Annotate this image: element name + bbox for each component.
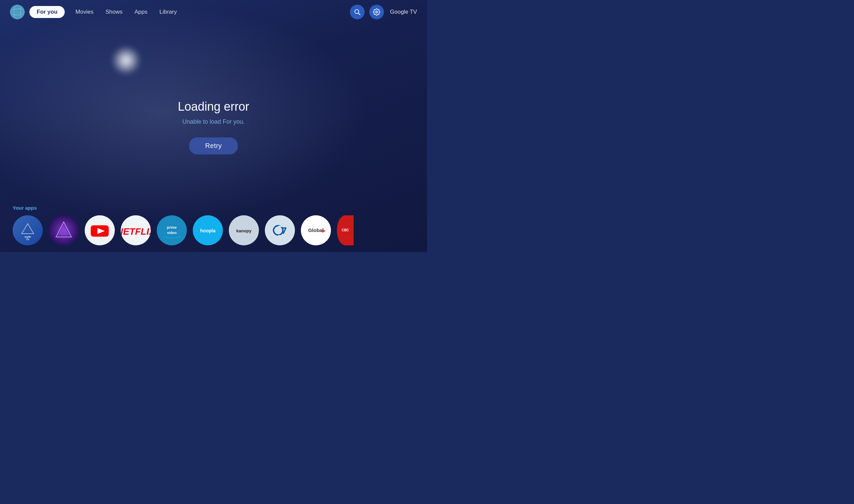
- app-kanopy[interactable]: kanopy: [229, 215, 259, 245]
- search-icon: [354, 8, 361, 16]
- error-subtitle: Unable to load For you.: [178, 118, 249, 125]
- nav-for-you-active[interactable]: For you: [29, 6, 65, 18]
- youtube-icon: [85, 215, 115, 245]
- user-avatar[interactable]: [10, 5, 25, 19]
- app-youtube[interactable]: [85, 215, 115, 245]
- hoopla-icon: hoopla: [193, 215, 223, 245]
- svg-line-5: [358, 13, 360, 15]
- settings-icon: [373, 8, 380, 16]
- top-navigation: For you Movies Shows Apps Library Google…: [0, 0, 427, 24]
- svg-text:NETFLIX: NETFLIX: [121, 226, 151, 237]
- cbc-icon: CBC: [337, 215, 354, 245]
- search-button[interactable]: [350, 5, 365, 19]
- app-hoopla[interactable]: hoopla: [193, 215, 223, 245]
- error-content: Loading error Unable to load For you. Re…: [178, 100, 249, 154]
- app-ctv[interactable]: [265, 215, 295, 245]
- nav-movies[interactable]: Movies: [75, 9, 93, 15]
- nav-library[interactable]: Library: [159, 9, 177, 15]
- kanopy-icon: kanopy: [229, 215, 259, 245]
- retry-button[interactable]: Retry: [189, 137, 238, 154]
- prime-video-icon: prime video: [157, 215, 187, 245]
- svg-point-6: [376, 11, 378, 13]
- netflix-icon: NETFLIX: [121, 215, 151, 245]
- global-icon: Global: [301, 215, 331, 245]
- apps-row: myth TV: [0, 215, 427, 245]
- google-tv-brand: Google TV: [390, 9, 417, 15]
- app-netflix[interactable]: NETFLIX: [121, 215, 151, 245]
- svg-text:video: video: [167, 231, 177, 235]
- svg-text:Global: Global: [308, 227, 324, 233]
- error-title: Loading error: [178, 100, 249, 114]
- svg-point-18: [157, 215, 187, 245]
- svg-text:TV: TV: [26, 238, 29, 240]
- app-global[interactable]: Global: [301, 215, 331, 245]
- apps-label: Your apps: [13, 205, 427, 211]
- svg-rect-29: [278, 235, 282, 236]
- nav-right-actions: Google TV: [350, 5, 417, 19]
- glare-effect: [111, 45, 141, 75]
- apps-section: Your apps myth TV: [0, 205, 427, 245]
- svg-text:kanopy: kanopy: [236, 228, 251, 233]
- ctv-icon: [265, 215, 295, 245]
- nav-apps[interactable]: Apps: [135, 9, 147, 15]
- app-prime-video[interactable]: prime video: [157, 215, 187, 245]
- svg-text:hoopla: hoopla: [200, 228, 215, 233]
- svg-marker-7: [22, 224, 34, 234]
- mythtv-icon: myth TV: [18, 220, 38, 240]
- nav-shows[interactable]: Shows: [105, 9, 122, 15]
- app-jellyfin[interactable]: [49, 215, 79, 245]
- app-mythtv[interactable]: myth TV: [13, 215, 43, 245]
- jellyfin-icon: [49, 215, 79, 245]
- settings-button[interactable]: [369, 5, 384, 19]
- svg-rect-28: [278, 226, 282, 227]
- svg-point-26: [265, 215, 295, 245]
- svg-text:prime: prime: [167, 225, 177, 229]
- app-cbc[interactable]: CBC: [337, 215, 354, 245]
- svg-text:CBC: CBC: [342, 228, 349, 232]
